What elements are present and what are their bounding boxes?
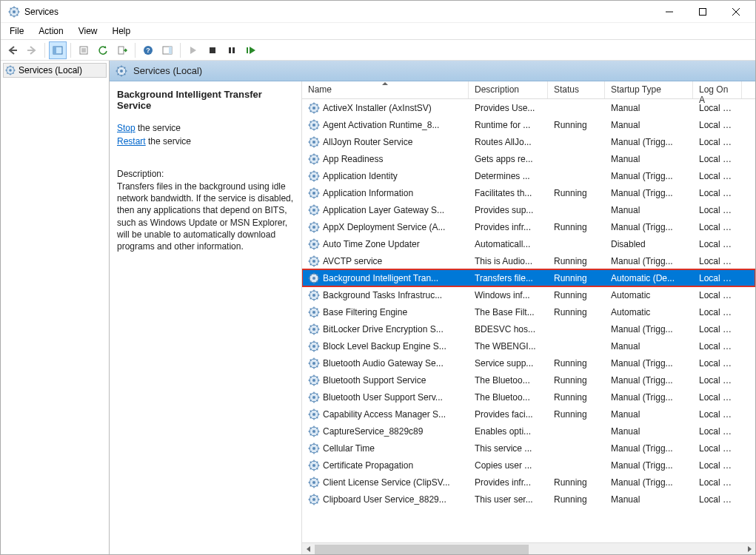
service-status-cell: Running (548, 256, 605, 266)
start-service-button[interactable] (184, 41, 202, 59)
table-row[interactable]: Bluetooth Support Service The Bluetoo...… (302, 371, 755, 388)
stop-service-link[interactable]: Stop (117, 123, 136, 133)
col-header-name[interactable]: Name (302, 81, 469, 98)
menu-action[interactable]: Action (31, 24, 70, 38)
service-desc-cell: Gets apps re... (469, 154, 548, 164)
table-row[interactable]: Bluetooth Audio Gateway Se... Service su… (302, 354, 755, 371)
service-name-cell: Block Level Backup Engine S... (323, 341, 446, 352)
service-startup-cell: Manual (Trigg... (605, 324, 693, 334)
service-name-cell: AppX Deployment Service (A... (323, 222, 445, 232)
service-name-cell: Application Information (323, 188, 413, 198)
col-header-status[interactable]: Status (548, 81, 605, 98)
toolbar: ? (1, 39, 755, 61)
table-row[interactable]: AllJoyn Router Service Routes AllJo... M… (302, 133, 755, 150)
service-desc-cell: BDESVC hos... (469, 324, 548, 334)
service-startup-cell: Manual (Trigg... (605, 222, 693, 232)
table-row[interactable]: Base Filtering Engine The Base Filt... R… (302, 303, 755, 320)
close-button[interactable] (719, 1, 752, 23)
menu-view[interactable]: View (71, 24, 105, 38)
detail-pane: Background Intelligent Transfer Service … (110, 81, 302, 555)
service-startup-cell: Manual (Trigg... (605, 443, 693, 454)
service-startup-cell: Manual (Trigg... (605, 460, 693, 471)
properties-button[interactable] (75, 41, 93, 59)
col-header-startup[interactable]: Startup Type (605, 81, 693, 98)
scrollbar-thumb[interactable] (315, 545, 529, 554)
table-row[interactable]: Cellular Time This service ... Manual (T… (302, 440, 755, 457)
restart-service-button[interactable] (242, 41, 260, 59)
service-desc-cell: Routes AllJo... (469, 137, 548, 147)
service-logon-cell: Local Sys (693, 222, 742, 232)
list-header-title: Services (Local) (133, 65, 202, 76)
service-startup-cell: Manual (605, 341, 693, 352)
col-header-logon[interactable]: Log On A (693, 81, 742, 98)
list-header-band: Services (Local) (110, 61, 755, 81)
table-row[interactable]: Application Information Facilitates th..… (302, 184, 755, 201)
service-desc-cell: Windows inf... (469, 290, 548, 300)
service-name-cell: Bluetooth Support Service (323, 375, 426, 386)
restart-service-link[interactable]: Restart (117, 136, 146, 147)
gear-icon (308, 443, 320, 454)
help-button[interactable]: ? (139, 41, 157, 59)
service-startup-cell: Manual (Trigg... (605, 256, 693, 266)
table-row[interactable]: Bluetooth User Support Serv... The Bluet… (302, 388, 755, 406)
grid-body[interactable]: ActiveX Installer (AxInstSV) Provides Us… (302, 99, 755, 542)
refresh-button[interactable] (94, 41, 112, 59)
svg-rect-22 (118, 47, 124, 54)
table-row[interactable]: Clipboard User Service_8829... This user… (302, 491, 755, 508)
service-startup-cell: Automatic (605, 307, 693, 317)
service-name-cell: Clipboard User Service_8829... (323, 494, 446, 505)
export-button[interactable] (113, 41, 131, 59)
table-row[interactable]: Client License Service (ClipSV... Provid… (302, 474, 755, 491)
table-row[interactable]: Background Intelligent Tran... Transfers… (302, 269, 755, 286)
horizontal-scrollbar[interactable] (302, 542, 755, 555)
forward-button[interactable] (23, 41, 41, 59)
pause-service-button[interactable] (223, 41, 241, 59)
table-row[interactable]: Block Level Backup Engine S... The WBENG… (302, 337, 755, 354)
description-heading: Description: (117, 169, 295, 179)
service-name-cell: AVCTP service (323, 256, 382, 266)
show-hide-action-button[interactable] (158, 41, 176, 59)
minimize-button[interactable] (652, 1, 686, 23)
service-startup-cell: Automatic (605, 290, 693, 300)
scroll-right-icon[interactable] (743, 543, 755, 556)
gear-icon (308, 460, 320, 471)
table-row[interactable]: Certificate Propagation Copies user ... … (302, 457, 755, 474)
table-row[interactable]: Application Identity Determines ... Manu… (302, 167, 755, 184)
service-startup-cell: Manual (Trigg... (605, 188, 693, 198)
table-row[interactable]: BitLocker Drive Encryption S... BDESVC h… (302, 320, 755, 337)
service-logon-cell: Local Sys (693, 341, 742, 352)
table-row[interactable]: CaptureService_8829c89 Enables opti... M… (302, 423, 755, 440)
service-logon-cell: Local Sys (693, 477, 742, 488)
table-row[interactable]: Capability Access Manager S... Provides … (302, 406, 755, 423)
service-desc-cell: This service ... (469, 443, 548, 454)
stop-service-button[interactable] (204, 41, 221, 59)
service-desc-cell: Automaticall... (469, 239, 548, 249)
table-row[interactable]: AppX Deployment Service (A... Provides i… (302, 218, 755, 235)
gear-icon (308, 119, 320, 131)
table-row[interactable]: App Readiness Gets apps re... Manual Loc… (302, 150, 755, 167)
table-row[interactable]: Agent Activation Runtime_8... Runtime fo… (302, 116, 755, 133)
service-desc-cell: Copies user ... (469, 460, 548, 471)
gear-icon (116, 65, 127, 77)
table-row[interactable]: AVCTP service This is Audio... Running M… (302, 252, 755, 269)
gear-icon (308, 426, 320, 437)
maximize-button[interactable] (686, 1, 719, 23)
gear-icon (308, 153, 320, 165)
service-logon-cell: Local Sys (693, 426, 742, 437)
table-row[interactable]: Background Tasks Infrastruc... Windows i… (302, 286, 755, 303)
back-button[interactable] (4, 41, 21, 59)
menu-help[interactable]: Help (105, 24, 138, 38)
table-row[interactable]: Auto Time Zone Updater Automaticall... D… (302, 235, 755, 252)
col-header-description[interactable]: Description (469, 81, 548, 98)
tree-root-services-local[interactable]: Services (Local) (3, 63, 107, 78)
menu-bar: File Action View Help (1, 23, 755, 39)
service-name-cell: Application Identity (323, 171, 398, 181)
restart-suffix: the service (146, 136, 191, 147)
menu-file[interactable]: File (2, 24, 31, 38)
show-hide-tree-button[interactable] (49, 41, 67, 59)
table-row[interactable]: Application Layer Gateway S... Provides … (302, 201, 755, 218)
scroll-left-icon[interactable] (302, 543, 315, 556)
svg-rect-26 (169, 47, 172, 54)
service-name-cell: ActiveX Installer (AxInstSV) (323, 103, 432, 113)
table-row[interactable]: ActiveX Installer (AxInstSV) Provides Us… (302, 99, 755, 116)
